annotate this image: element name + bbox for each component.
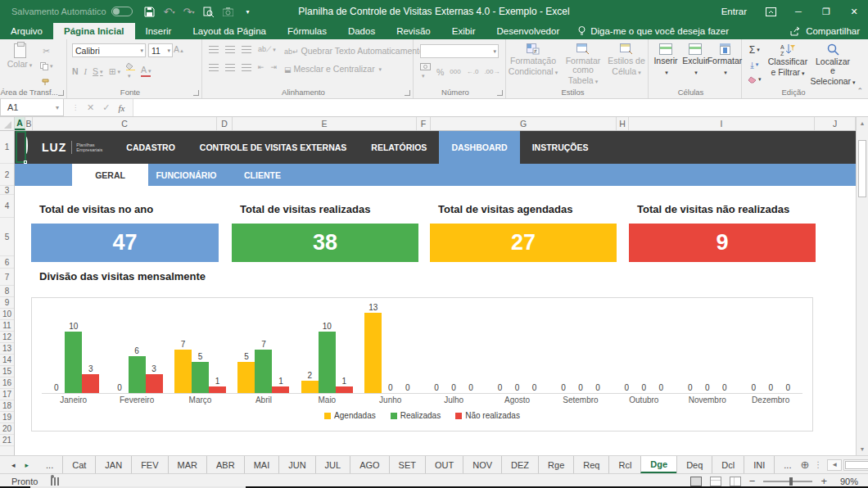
row-header-11[interactable]: 11 (0, 320, 14, 332)
scroll-down-icon[interactable]: ▼ (857, 443, 868, 455)
ribbon-display-options-icon[interactable] (757, 0, 784, 23)
row-header-16[interactable]: 16 (0, 377, 14, 389)
nav-item-instruções[interactable]: INSTRUÇÕES (520, 142, 601, 152)
ribbon-tab-layout-da-página[interactable]: Layout da Página (182, 23, 277, 39)
row-header-12[interactable]: 12 (0, 332, 14, 343)
row-header-20[interactable]: 20 (0, 423, 14, 435)
nav-item-controle-de-visitas-externas[interactable]: CONTROLE DE VISITAS EXTERNAS (188, 142, 359, 152)
sign-in-button[interactable]: Entrar (712, 0, 757, 23)
customize-qat-icon[interactable]: ▾ (242, 6, 254, 17)
hscroll-left-icon[interactable]: ◄ (827, 459, 842, 471)
increase-indent-icon[interactable]: ⇥ (271, 63, 278, 71)
restore-button[interactable]: ❐ (812, 0, 840, 23)
ribbon-tab-página-inicial[interactable]: Página Inicial (53, 23, 135, 39)
minimize-button[interactable]: ─ (784, 0, 812, 23)
font-name-combo[interactable]: Calibri (72, 43, 146, 57)
scroll-up-icon[interactable]: ▲ (857, 117, 868, 129)
bold-button[interactable]: N (72, 66, 79, 76)
row-header-21[interactable]: 21 (0, 435, 14, 446)
column-header-H[interactable]: H (617, 117, 629, 130)
print-preview-icon[interactable] (203, 6, 215, 17)
ribbon-tab-desenvolvedor[interactable]: Desenvolvedor (486, 23, 571, 39)
macro-record-icon[interactable] (51, 477, 59, 486)
delete-cells-button[interactable]: Excluir (681, 39, 709, 88)
sheet-tab-ini[interactable]: INI (744, 456, 774, 473)
italic-button[interactable]: I (84, 67, 88, 76)
row-header-18[interactable]: 18 (0, 400, 14, 412)
row-header-7[interactable]: 7 (0, 269, 14, 286)
autosave-switch-icon[interactable] (111, 7, 133, 16)
sheet-tab-dcl[interactable]: Dcl (712, 456, 744, 473)
monthly-visits-chart[interactable]: 010306375157121011300000000000000000000 … (31, 297, 813, 432)
font-color-icon[interactable]: A (141, 66, 151, 76)
align-middle-icon[interactable] (225, 46, 235, 53)
column-header-B[interactable]: B (25, 117, 33, 130)
collapse-ribbon-icon[interactable]: ⌃ (857, 87, 863, 95)
column-header-I[interactable]: I (629, 117, 815, 130)
format-as-table-button[interactable]: Formatar comoTabela (560, 39, 606, 88)
sheet-tab-jun[interactable]: JUN (278, 456, 314, 473)
normal-view-icon[interactable] (690, 477, 702, 486)
row-header-9[interactable]: 9 (0, 297, 14, 309)
sheet-tab-abr[interactable]: ABR (206, 456, 244, 473)
decrease-indent-icon[interactable]: ⇤ (258, 63, 264, 71)
increase-decimal-icon[interactable]: ←.0 (467, 68, 479, 75)
clipboard-dialog-launcher[interactable] (58, 90, 64, 96)
ribbon-tab-exibir[interactable]: Exibir (441, 23, 486, 39)
comma-style-icon[interactable]: 000 (450, 68, 460, 75)
accounting-format-icon[interactable] (420, 63, 431, 80)
zoom-slider-thumb[interactable] (789, 477, 793, 486)
sheet-tab-jan[interactable]: JAN (95, 456, 131, 473)
page-layout-view-icon[interactable] (710, 477, 721, 486)
nav-item-cadastro[interactable]: CADASTRO (114, 142, 188, 152)
new-sheet-icon[interactable]: ⊕ (800, 456, 809, 473)
find-select-button[interactable]: Localizar eSelecionar (812, 39, 853, 88)
undo-icon[interactable]: ↶▾ (164, 6, 175, 17)
grow-font-icon[interactable]: A▲ (174, 44, 184, 54)
redo-icon[interactable]: ↷▾ (183, 6, 195, 17)
sheet-tab-jul[interactable]: JUL (315, 456, 350, 473)
ribbon-tab-dados[interactable]: Dados (337, 23, 386, 39)
tell-me-box[interactable]: Diga-me o que você deseja fazer (578, 23, 729, 39)
nav-item-dashboard[interactable]: DASHBOARD (439, 131, 519, 167)
alignment-dialog-launcher[interactable] (405, 90, 410, 96)
page-break-view-icon[interactable] (730, 477, 741, 486)
format-painter-icon[interactable] (38, 75, 56, 88)
subnav-tab-cliente[interactable]: CLIENTE (224, 164, 301, 186)
conditional-formatting-button[interactable]: ≠ FormataçãoCondicional (508, 39, 558, 88)
orientation-icon[interactable]: ab⟋ (258, 45, 276, 54)
ribbon-tab-inserir[interactable]: Inserir (135, 23, 183, 39)
ribbon-tab-arquivo[interactable]: Arquivo (0, 23, 53, 39)
row-header-2[interactable]: 2 (0, 164, 14, 186)
column-header-G[interactable]: G (431, 117, 617, 130)
insert-cells-button[interactable]: Inserir (652, 39, 680, 88)
align-bottom-icon[interactable] (242, 46, 251, 53)
close-button[interactable]: ✕ (840, 0, 868, 23)
wrap-text-button[interactable]: ab↵ Quebrar Texto Automaticamente (284, 46, 424, 56)
sheet-tab-cat[interactable]: Cat (62, 456, 95, 473)
name-box[interactable]: A1 (0, 99, 64, 116)
sheet-tab-rcl[interactable]: Rcl (608, 456, 640, 473)
row-header-17[interactable]: 17 (0, 389, 14, 400)
format-cells-button[interactable]: Formatar (709, 39, 740, 88)
subnav-tab-geral[interactable]: GERAL (72, 164, 148, 186)
zoom-in-icon[interactable]: + (821, 475, 827, 487)
sheet-tab-deq[interactable]: Deq (676, 456, 712, 473)
column-header-D[interactable]: D (217, 117, 233, 130)
autosave-toggle[interactable]: Salvamento Automático (11, 7, 133, 16)
select-all-corner[interactable] (0, 117, 15, 131)
insert-function-icon[interactable]: fx (118, 103, 124, 113)
row-header-4[interactable]: 4 (0, 195, 14, 218)
ribbon-tab-revisão[interactable]: Revisão (386, 23, 441, 39)
sheet-tab-dge[interactable]: Dge (640, 456, 676, 473)
fill-color-icon[interactable] (126, 62, 135, 80)
confirm-entry-icon[interactable]: ✓ (102, 102, 110, 113)
share-button[interactable]: Compartilhar (790, 23, 860, 39)
row-header-10[interactable]: 10 (0, 309, 14, 320)
sheet-tab-mai[interactable]: MAI (244, 456, 279, 473)
copy-icon[interactable] (38, 60, 56, 73)
sheet-tab-...[interactable]: ... (37, 456, 62, 473)
clear-icon[interactable] (745, 73, 764, 86)
sheet-tab-rge[interactable]: Rge (538, 456, 573, 473)
column-header-A[interactable]: A (15, 117, 25, 130)
